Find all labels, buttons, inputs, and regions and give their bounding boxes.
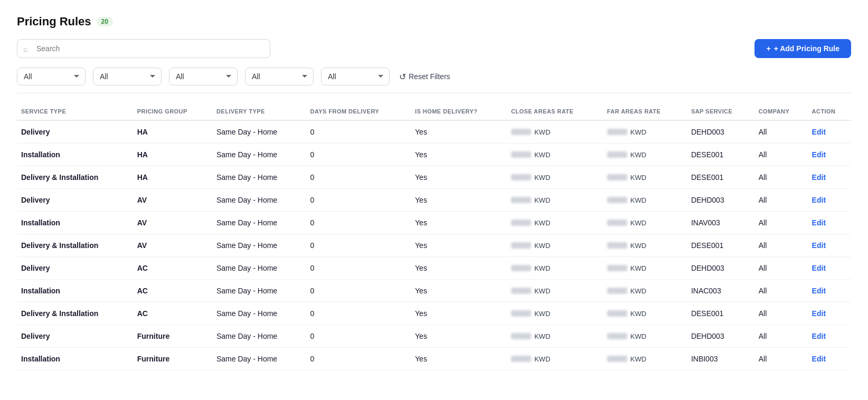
edit-button[interactable]: Edit xyxy=(812,287,826,295)
col-days: DAYS FROM DELIVERY xyxy=(306,103,411,120)
cell-days: 0 xyxy=(306,144,411,166)
cell-sap: DESE001 xyxy=(687,302,754,325)
cell-service-type: Installation xyxy=(17,212,133,234)
cell-service-type: Delivery xyxy=(17,120,133,144)
cell-pricing-group: AV xyxy=(133,234,212,257)
far-rate-kwd: KWD xyxy=(630,174,646,182)
cell-delivery-type: Same Day - Home xyxy=(212,257,306,280)
close-rate-blur xyxy=(511,333,531,339)
cell-delivery-type: Same Day - Home xyxy=(212,212,306,234)
close-rate-kwd: KWD xyxy=(534,310,550,318)
col-delivery-type: DELIVERY TYPE xyxy=(212,103,306,120)
cell-action: Edit xyxy=(808,280,851,302)
far-rate-blur xyxy=(607,242,627,249)
cell-service-type: Delivery xyxy=(17,257,133,280)
cell-days: 0 xyxy=(306,257,411,280)
cell-service-type: Delivery & Installation xyxy=(17,166,133,189)
cell-sap: DESE001 xyxy=(687,234,754,257)
cell-far-rate: KWD xyxy=(603,189,687,212)
cell-far-rate: KWD xyxy=(603,120,687,144)
pricing-rules-table: SERVICE TYPE PRICING GROUP DELIVERY TYPE… xyxy=(17,103,851,370)
cell-close-rate: KWD xyxy=(507,280,603,302)
table-row: Delivery & Installation AV Same Day - Ho… xyxy=(17,234,851,257)
filter-select-2[interactable]: All xyxy=(93,68,162,85)
far-rate-blur xyxy=(607,220,627,226)
cell-days: 0 xyxy=(306,234,411,257)
search-icon: ⌕ xyxy=(23,44,28,53)
cell-sap: DEHD003 xyxy=(687,325,754,348)
edit-button[interactable]: Edit xyxy=(812,150,826,159)
edit-button[interactable]: Edit xyxy=(812,128,826,136)
cell-company: All xyxy=(754,348,808,370)
cell-close-rate: KWD xyxy=(507,257,603,280)
cell-close-rate: KWD xyxy=(507,144,603,166)
cell-close-rate: KWD xyxy=(507,212,603,234)
close-rate-kwd: KWD xyxy=(534,219,550,227)
edit-button[interactable]: Edit xyxy=(812,196,826,204)
cell-far-rate: KWD xyxy=(603,212,687,234)
far-rate-kwd: KWD xyxy=(630,355,646,363)
edit-button[interactable]: Edit xyxy=(812,218,826,227)
table-row: Installation Furniture Same Day - Home 0… xyxy=(17,348,851,370)
close-rate-kwd: KWD xyxy=(534,174,550,182)
reset-icon: ↺ xyxy=(399,72,406,82)
close-rate-blur xyxy=(511,220,531,226)
add-pricing-rule-button[interactable]: + + Add Pricing Rule xyxy=(754,39,851,58)
far-rate-kwd: KWD xyxy=(630,332,646,340)
close-rate-blur xyxy=(511,151,531,158)
edit-button[interactable]: Edit xyxy=(812,173,826,182)
cell-sap: INBI003 xyxy=(687,348,754,370)
far-rate-kwd: KWD xyxy=(630,287,646,295)
cell-service-type: Delivery & Installation xyxy=(17,302,133,325)
search-wrapper: ⌕ xyxy=(17,39,270,58)
close-rate-blur xyxy=(511,356,531,362)
table-row: Delivery HA Same Day - Home 0 Yes KWD KW… xyxy=(17,120,851,144)
cell-delivery-type: Same Day - Home xyxy=(212,120,306,144)
close-rate-blur xyxy=(511,265,531,271)
reset-filters-label: Reset Filters xyxy=(409,72,450,81)
col-far-rate: FAR AREAS RATE xyxy=(603,103,687,120)
table-row: Installation AV Same Day - Home 0 Yes KW… xyxy=(17,212,851,234)
cell-far-rate: KWD xyxy=(603,234,687,257)
reset-filters-button[interactable]: ↺ Reset Filters xyxy=(399,72,450,82)
cell-pricing-group: Furniture xyxy=(133,325,212,348)
cell-company: All xyxy=(754,212,808,234)
cell-sap: INAC003 xyxy=(687,280,754,302)
filter-select-5[interactable]: All xyxy=(321,68,390,85)
cell-company: All xyxy=(754,120,808,144)
far-rate-blur xyxy=(607,288,627,294)
col-sap: SAP SERVICE xyxy=(687,103,754,120)
cell-delivery-type: Same Day - Home xyxy=(212,325,306,348)
search-input[interactable] xyxy=(17,39,270,58)
table-row: Delivery AC Same Day - Home 0 Yes KWD KW… xyxy=(17,257,851,280)
edit-button[interactable]: Edit xyxy=(812,332,826,340)
filter-select-1[interactable]: All xyxy=(17,68,86,85)
cell-company: All xyxy=(754,189,808,212)
edit-button[interactable]: Edit xyxy=(812,264,826,272)
cell-sap: DESE001 xyxy=(687,144,754,166)
cell-days: 0 xyxy=(306,189,411,212)
cell-pricing-group: HA xyxy=(133,120,212,144)
filter-select-3[interactable]: All xyxy=(169,68,238,85)
cell-company: All xyxy=(754,166,808,189)
cell-far-rate: KWD xyxy=(603,280,687,302)
cell-close-rate: KWD xyxy=(507,302,603,325)
edit-button[interactable]: Edit xyxy=(812,309,826,318)
cell-far-rate: KWD xyxy=(603,325,687,348)
close-rate-kwd: KWD xyxy=(534,287,550,295)
cell-is-home: Yes xyxy=(411,120,507,144)
cell-days: 0 xyxy=(306,166,411,189)
cell-company: All xyxy=(754,325,808,348)
far-rate-kwd: KWD xyxy=(630,219,646,227)
cell-company: All xyxy=(754,280,808,302)
col-company: COMPANY xyxy=(754,103,808,120)
cell-is-home: Yes xyxy=(411,234,507,257)
cell-days: 0 xyxy=(306,280,411,302)
table-row: Installation AC Same Day - Home 0 Yes KW… xyxy=(17,280,851,302)
edit-button[interactable]: Edit xyxy=(812,355,826,363)
cell-company: All xyxy=(754,234,808,257)
edit-button[interactable]: Edit xyxy=(812,241,826,250)
cell-close-rate: KWD xyxy=(507,166,603,189)
far-rate-blur xyxy=(607,151,627,158)
filter-select-4[interactable]: All xyxy=(245,68,314,85)
